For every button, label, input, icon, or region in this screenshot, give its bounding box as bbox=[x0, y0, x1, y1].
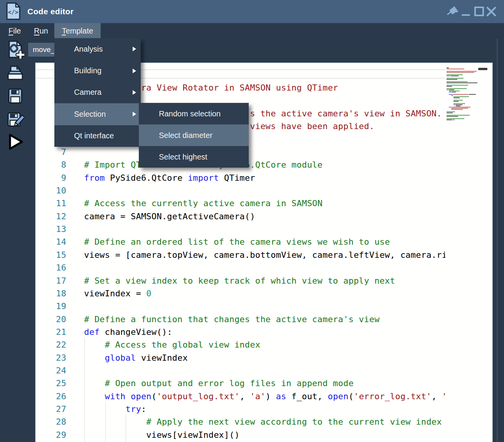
minimap-row bbox=[447, 119, 478, 121]
code-line: 10 bbox=[35, 184, 445, 197]
line-number: 26 bbox=[35, 390, 66, 403]
save-icon bbox=[6, 87, 24, 105]
menu-item-label: Random selection bbox=[159, 109, 221, 118]
code-text: # Define a function that changes the act… bbox=[66, 313, 379, 326]
window-edge bbox=[497, 39, 498, 442]
menu-template[interactable]: Template bbox=[54, 23, 101, 39]
code-line: 18viewIndex = 0 bbox=[35, 287, 445, 300]
code-line: 21def changeView(): bbox=[35, 326, 445, 338]
code-line: 16 bbox=[35, 261, 445, 274]
code-text: try: bbox=[66, 403, 146, 415]
code-text: viewIndex = 0 bbox=[66, 287, 152, 300]
menu-item-camera[interactable]: Camera bbox=[54, 82, 141, 103]
code-text bbox=[66, 364, 84, 377]
code-text bbox=[66, 223, 84, 235]
menu-item-select-diameter[interactable]: Select diameter bbox=[139, 124, 249, 146]
code-text bbox=[66, 146, 84, 158]
window-title: Code editor bbox=[27, 0, 74, 23]
code-text bbox=[66, 261, 84, 274]
line-number: 20 bbox=[35, 313, 66, 326]
code-text: # Define an ordered list of the camera v… bbox=[66, 235, 390, 248]
code-text: views = [camera.topView, camera.bottomVi… bbox=[66, 249, 445, 261]
menu-item-selection[interactable]: Selection bbox=[54, 103, 141, 125]
code-line: 25 # Open output and error log files in … bbox=[35, 377, 445, 390]
line-number: 18 bbox=[35, 287, 66, 300]
new-python-script-button[interactable] bbox=[6, 40, 24, 59]
code-text: from PySide6.QtCore import QTimer bbox=[66, 171, 255, 184]
submenu-arrow-icon bbox=[133, 90, 136, 95]
line-number: 19 bbox=[35, 300, 66, 313]
indent-guide bbox=[126, 415, 126, 442]
code-line: 12camera = SAMSON.getActiveCamera() bbox=[35, 210, 445, 223]
template-menu: AnalysisBuildingCameraSelectionQt interf… bbox=[54, 38, 141, 147]
menu-bar: FileRunTemplate bbox=[0, 23, 504, 39]
maximize-button[interactable] bbox=[473, 5, 486, 18]
save-script-button[interactable] bbox=[6, 87, 24, 105]
line-number: 21 bbox=[35, 326, 66, 338]
toolbar bbox=[0, 39, 29, 442]
menu-item-analysis[interactable]: Analysis bbox=[54, 38, 141, 60]
title-bar: </> Code editor bbox=[0, 0, 504, 23]
code-line: 14# Define an ordered list of the camera… bbox=[35, 235, 445, 248]
new-python-file-icon bbox=[6, 40, 24, 59]
line-number: 9 bbox=[35, 171, 66, 184]
code-line: 29 views[viewIndex]() bbox=[35, 429, 445, 441]
line-number: 14 bbox=[35, 235, 66, 248]
menu-item-label: Select diameter bbox=[159, 131, 212, 140]
code-line: 11# Access the currently active camera i… bbox=[35, 197, 445, 210]
run-script-button[interactable] bbox=[6, 133, 24, 151]
submenu-arrow-icon bbox=[133, 47, 136, 51]
code-text: # Access the global view index bbox=[66, 338, 260, 351]
code-line: 17# Set a view index to keep track of wh… bbox=[35, 274, 445, 287]
code-text: # Apply the next view according to the c… bbox=[66, 415, 442, 428]
play-icon bbox=[6, 133, 24, 151]
menu-item-label: Selection bbox=[74, 110, 106, 119]
code-line: 19 bbox=[35, 300, 445, 313]
code-line: 9from PySide6.QtCore import QTimer bbox=[35, 171, 445, 184]
open-file-icon bbox=[6, 64, 24, 82]
minimize-button[interactable] bbox=[460, 5, 474, 18]
line-number: 10 bbox=[35, 184, 66, 197]
code-line: 28 # Apply the next view according to th… bbox=[35, 415, 445, 428]
save-as-icon bbox=[6, 111, 24, 129]
submenu-arrow-icon bbox=[133, 69, 136, 73]
open-script-button[interactable] bbox=[6, 64, 24, 82]
code-editor-window: </> Code editor FileRunTemplate bbox=[0, 0, 504, 442]
menu-item-label: Analysis bbox=[74, 45, 103, 54]
menu-item-select-highest[interactable]: Select highest bbox=[139, 146, 249, 168]
line-number: 8 bbox=[35, 158, 66, 171]
line-number: 25 bbox=[35, 377, 66, 390]
code-line: 24 bbox=[35, 364, 445, 377]
code-line: 26 with open('output_log.txt', 'a') as f… bbox=[35, 390, 445, 403]
menu-file[interactable]: File bbox=[8, 23, 21, 39]
line-number: 11 bbox=[35, 197, 66, 210]
menu-item-label: Building bbox=[74, 66, 101, 75]
indent-guide bbox=[84, 338, 85, 442]
menu-item-building[interactable]: Building bbox=[54, 60, 141, 81]
line-number: 16 bbox=[35, 261, 66, 274]
code-text: camera = SAMSON.getActiveCamera() bbox=[66, 210, 255, 223]
close-button[interactable] bbox=[485, 5, 498, 18]
svg-text:</>: </> bbox=[8, 9, 18, 16]
code-line: 22 # Access the global view index bbox=[35, 338, 445, 351]
code-text: # Set a view index to keep track of whic… bbox=[66, 274, 395, 287]
line-number: 13 bbox=[35, 223, 66, 235]
line-number: 29 bbox=[35, 429, 66, 441]
code-text: with open('output_log.txt', 'a') as f_ou… bbox=[66, 390, 445, 403]
line-number: 7 bbox=[35, 146, 66, 158]
scrollbar-thumb[interactable] bbox=[478, 68, 487, 70]
menu-item-label: Camera bbox=[74, 88, 101, 97]
menu-item-random-selection[interactable]: Random selection bbox=[139, 103, 249, 124]
menu-item-label: Qt interface bbox=[74, 131, 114, 140]
pin-button[interactable] bbox=[446, 5, 459, 18]
code-line: 27 try: bbox=[35, 403, 445, 415]
code-text: # Access the currently active camera in … bbox=[66, 197, 322, 210]
menu-run[interactable]: Run bbox=[34, 23, 48, 39]
code-text bbox=[66, 300, 84, 313]
line-number: 28 bbox=[35, 415, 66, 428]
minimap[interactable] bbox=[447, 67, 478, 129]
menu-item-qt-interface[interactable]: Qt interface bbox=[54, 125, 141, 147]
minimap-row bbox=[447, 72, 478, 73]
code-text: def changeView(): bbox=[66, 326, 172, 338]
save-script-as-button[interactable] bbox=[6, 111, 24, 129]
